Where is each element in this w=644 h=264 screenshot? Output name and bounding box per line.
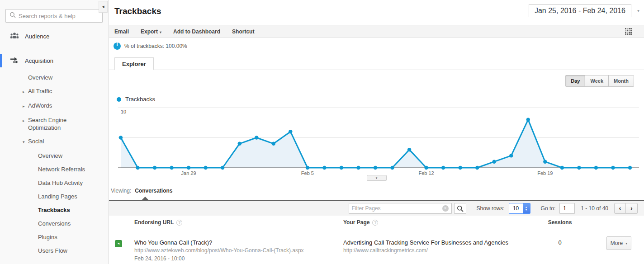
- date-range-selector[interactable]: Jan 25, 2016 - Feb 24, 2016: [529, 4, 631, 17]
- next-page-button[interactable]: ›: [626, 203, 638, 214]
- help-icon[interactable]: [176, 220, 182, 226]
- sidebar-item-conversions[interactable]: Conversions: [0, 217, 108, 230]
- sidebar-item-overview[interactable]: Overview: [0, 71, 108, 84]
- triangle-collapsed-icon[interactable]: ▸: [23, 87, 28, 96]
- sidebar-item-network-referrals[interactable]: Network Referrals: [0, 162, 108, 176]
- granularity-month-button[interactable]: Month: [609, 75, 634, 87]
- sidebar-item-search-engine-optimization[interactable]: ▸Search Engine Optimization: [0, 113, 108, 134]
- chevron-down-icon: ▾: [376, 176, 378, 179]
- add-to-dashboard-button[interactable]: Add to Dashboard: [173, 28, 220, 35]
- table-row: ◄ Who You Gonna Call (Track)? http://www…: [109, 229, 644, 264]
- search-icon: [9, 12, 16, 20]
- show-rows-label: Show rows:: [477, 205, 505, 212]
- triangle-collapsed-icon[interactable]: ▸: [23, 116, 28, 132]
- chevron-down-icon: ▾: [160, 30, 161, 34]
- more-button[interactable]: More ▾: [606, 236, 631, 250]
- triangle-expanded-icon[interactable]: ▾: [23, 137, 28, 146]
- trackbacks-chart[interactable]: 510Jan 29Feb 5Feb 12Feb 19: [118, 105, 639, 179]
- search-reports-input[interactable]: [19, 13, 99, 19]
- chevron-down-icon[interactable]: ▾: [637, 8, 639, 13]
- your-page-title-link[interactable]: Advertising Call Tracking Service For Bu…: [343, 239, 508, 246]
- sidebar-item-data-hub-activity[interactable]: Data Hub Activity: [0, 176, 108, 189]
- acquisition-icon: [10, 57, 19, 65]
- sidebar-item-label: Users Flow: [38, 247, 67, 255]
- goto-page-input[interactable]: [559, 203, 575, 214]
- filter-pages-box[interactable]: ×: [349, 203, 452, 214]
- granularity-week-button[interactable]: Week: [585, 75, 609, 87]
- audience-icon: [10, 32, 19, 41]
- chart-svg: 510Jan 29Feb 5Feb 12Feb 19: [118, 105, 639, 179]
- sidebar-item-label: Overview: [28, 74, 52, 81]
- sidebar-item-plugins[interactable]: Plugins: [0, 230, 108, 244]
- column-header-your-page: Your Page: [343, 219, 378, 226]
- marker-spacer: [33, 193, 38, 200]
- sessions-value: 0: [532, 239, 588, 246]
- sidebar-item-trackbacks[interactable]: Trackbacks: [0, 203, 108, 217]
- filter-pages-input[interactable]: [352, 205, 440, 212]
- sidebar-item-overview[interactable]: Overview: [0, 149, 108, 162]
- sidebar-collapse-button[interactable]: ◀: [99, 1, 108, 13]
- grid-icon[interactable]: [625, 28, 632, 35]
- previous-page-button[interactable]: ‹: [614, 203, 626, 214]
- page-title: Trackbacks: [114, 6, 161, 16]
- endorsing-date: Feb 24, 2016 - 10:00: [134, 255, 185, 262]
- show-rows-select[interactable]: 10 ▴▾: [509, 203, 530, 214]
- filter-search-button[interactable]: [454, 203, 466, 214]
- search-reports-box[interactable]: [5, 9, 103, 23]
- collapse-left-icon: ◀: [102, 5, 104, 8]
- sidebar-item-label: Search Engine Optimization: [28, 116, 95, 132]
- tab-bar: Explorer: [109, 54, 644, 70]
- viewing-label: Viewing:: [111, 188, 131, 194]
- show-rows-value: 10: [509, 203, 523, 213]
- clear-filter-icon[interactable]: ×: [442, 205, 449, 212]
- metric-badge: % of trackbacks: 100.00%: [124, 43, 187, 49]
- sidebar: ◀ Audience Acquisition Overview▸All Traf…: [0, 0, 109, 264]
- granularity-day-button[interactable]: Day: [565, 75, 585, 87]
- marker-spacer: [33, 165, 38, 173]
- marker-spacer: [33, 179, 38, 187]
- marker-spacer: [23, 74, 28, 81]
- stepper-icon[interactable]: ▴▾: [523, 203, 530, 213]
- sidebar-section-acquisition[interactable]: Acquisition: [0, 54, 108, 67]
- sidebar-item-label: All Traffic: [28, 87, 52, 96]
- chevron-down-icon: ▾: [625, 241, 627, 245]
- marker-spacer: [33, 233, 38, 241]
- export-button[interactable]: Export▾: [141, 28, 161, 35]
- sidebar-item-social[interactable]: ▾Social: [0, 134, 108, 149]
- sidebar-item-label: Plugins: [38, 233, 57, 241]
- tab-explorer[interactable]: Explorer: [114, 57, 154, 70]
- marker-spacer: [33, 220, 38, 227]
- viewing-pointer-icon: [142, 197, 149, 200]
- chart-section: DayWeekMonth Trackbacks 510Jan 29Feb 5Fe…: [109, 70, 644, 181]
- sidebar-item-users-flow[interactable]: Users Flow: [0, 244, 108, 257]
- sidebar-item-label: AdWords: [28, 102, 52, 110]
- pagination-range: 1 - 10 of 40: [581, 205, 608, 212]
- triangle-collapsed-icon[interactable]: ▸: [23, 102, 28, 110]
- viewing-value[interactable]: Conversations: [135, 188, 172, 194]
- marker-spacer: [33, 206, 38, 214]
- action-bar: Email Export▾ Add to Dashboard Shortcut: [109, 25, 644, 38]
- shortcut-button[interactable]: Shortcut: [232, 28, 254, 35]
- sidebar-item-label: Trackbacks: [38, 206, 70, 214]
- collapse-chart-button[interactable]: ▾: [367, 175, 387, 181]
- sidebar-item-landing-pages[interactable]: Landing Pages: [0, 189, 108, 203]
- legend-dot-icon: [117, 97, 121, 102]
- goto-label: Go to:: [541, 205, 556, 212]
- legend-label: Trackbacks: [125, 96, 155, 103]
- pagination: ‹ ›: [614, 203, 638, 214]
- trackback-source-icon: ◄: [115, 240, 122, 247]
- sidebar-section-label: Acquisition: [25, 57, 53, 64]
- sidebar-acquisition-list: Overview▸All Traffic▸AdWords▸Search Engi…: [0, 71, 108, 257]
- your-page-url: http://www.calltrackingmetrics.com/: [343, 247, 428, 254]
- help-icon[interactable]: [372, 220, 378, 226]
- endorsing-title-link[interactable]: Who You Gonna Call (Track)?: [134, 239, 212, 246]
- granularity-toggle: DayWeekMonth: [565, 75, 634, 87]
- sidebar-item-label: Data Hub Activity: [38, 179, 83, 187]
- viewing-row: Viewing: Conversations: [109, 181, 644, 200]
- marker-spacer: [33, 247, 38, 255]
- email-button[interactable]: Email: [114, 28, 129, 35]
- sidebar-section-audience[interactable]: Audience: [0, 29, 108, 43]
- table-controls-bar: × Show rows: 10 ▴▾ Go to: 1 - 10 of 40 ‹…: [109, 200, 644, 216]
- sidebar-item-all-traffic[interactable]: ▸All Traffic: [0, 84, 108, 99]
- sidebar-item-adwords[interactable]: ▸AdWords: [0, 99, 108, 113]
